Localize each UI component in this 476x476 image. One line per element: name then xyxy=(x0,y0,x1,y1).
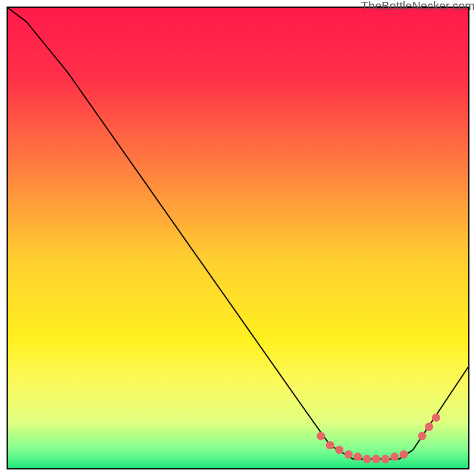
data-marker xyxy=(400,450,408,459)
bottleneck-curve xyxy=(8,8,468,459)
data-markers xyxy=(317,414,440,464)
chart-plot-area xyxy=(7,7,469,469)
curve-layer xyxy=(8,8,468,468)
data-marker xyxy=(363,455,371,464)
data-marker xyxy=(432,414,440,422)
data-marker xyxy=(335,446,343,454)
data-marker xyxy=(372,455,380,464)
data-marker xyxy=(425,422,433,431)
watermark-text: TheBottleNecker.com xyxy=(361,0,475,13)
data-marker xyxy=(353,453,362,461)
data-marker xyxy=(345,450,353,459)
data-marker xyxy=(390,453,399,461)
data-marker xyxy=(381,455,390,464)
data-marker xyxy=(418,432,427,440)
data-marker xyxy=(326,441,334,449)
data-marker xyxy=(317,432,325,440)
